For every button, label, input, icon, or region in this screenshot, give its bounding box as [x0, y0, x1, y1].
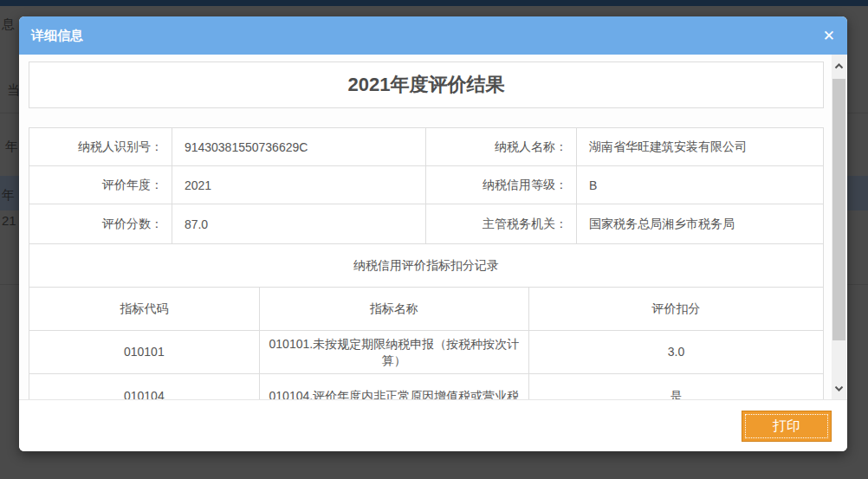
evaluation-year-value: 2021: [172, 166, 426, 204]
dialog-scroll-area: 2021年度评价结果 纳税人识别号： 91430381550736629C 纳税…: [19, 55, 832, 399]
column-header-deduction: 评价扣分: [529, 288, 823, 330]
dialog-title: 详细信息: [31, 28, 83, 44]
credit-grade-value: B: [577, 166, 823, 204]
table-row: 纳税人识别号： 91430381550736629C 纳税人名称： 湖南省华旺建…: [29, 128, 823, 166]
section-title: 纳税信用评价指标扣分记录: [29, 244, 823, 288]
table-row: 评价年度： 2021 纳税信用等级： B: [29, 166, 823, 204]
tax-authority-label: 主管税务机关：: [426, 204, 577, 243]
deduction-score-cell: 是: [529, 374, 823, 399]
deduction-score-cell: 3.0: [529, 331, 823, 373]
column-header-indicator-name: 指标名称: [260, 288, 529, 330]
dialog-header: 详细信息 ✕: [19, 16, 847, 55]
table-row: 评价分数： 87.0 主管税务机关： 国家税务总局湘乡市税务局: [29, 204, 823, 244]
background-text-fragment: 息: [2, 16, 15, 33]
screen: 息 当 年 年 21 详细信息 ✕ 2021年度评价结果 纳税人识别号： 914…: [0, 0, 868, 479]
report-title: 2021年度评价结果: [348, 72, 505, 98]
deduction-header-row: 指标代码 指标名称 评价扣分: [29, 288, 823, 331]
evaluation-table: 纳税人识别号： 91430381550736629C 纳税人名称： 湖南省华旺建…: [29, 127, 824, 399]
background-text-fragment: 21: [2, 213, 16, 228]
credit-grade-label: 纳税信用等级：: [426, 166, 577, 204]
print-button[interactable]: 打印: [742, 411, 832, 442]
indicator-code-cell: 010101: [29, 331, 260, 373]
background-text-fragment: 年: [5, 139, 18, 155]
background-text-fragment: 年: [2, 187, 15, 204]
chevron-down-icon: [834, 385, 844, 392]
table-row: 010104 010104.评价年度内非正常原因增值税或营业税 是: [29, 374, 823, 399]
detail-dialog: 详细信息 ✕ 2021年度评价结果 纳税人识别号： 91430381550736…: [19, 16, 847, 451]
taxpayer-id-value: 91430381550736629C: [172, 128, 426, 165]
chevron-up-icon: [834, 63, 844, 69]
column-header-indicator-code: 指标代码: [29, 288, 260, 330]
evaluation-score-label: 评价分数：: [29, 204, 172, 243]
background-top-navbar: [0, 0, 868, 6]
tax-authority-value: 国家税务总局湘乡市税务局: [577, 204, 823, 243]
indicator-code-cell: 010104: [29, 374, 260, 399]
scroll-up-button[interactable]: [832, 56, 846, 75]
table-row: 010101 010101.未按规定期限纳税申报（按税种按次计算） 3.0: [29, 331, 823, 374]
evaluation-score-value: 87.0: [172, 204, 426, 243]
close-icon[interactable]: ✕: [823, 29, 835, 43]
indicator-name-cell: 010101.未按规定期限纳税申报（按税种按次计算）: [260, 331, 529, 373]
indicator-name-cell: 010104.评价年度内非正常原因增值税或营业税: [260, 374, 529, 399]
evaluation-year-label: 评价年度：: [29, 166, 172, 204]
dialog-footer: 打印: [19, 399, 847, 451]
taxpayer-id-label: 纳税人识别号：: [29, 128, 172, 165]
report-title-box: 2021年度评价结果: [29, 61, 824, 108]
taxpayer-name-value: 湖南省华旺建筑安装有限公司: [577, 128, 823, 165]
background-text-fragment: 当: [7, 82, 20, 99]
scrollbar[interactable]: [832, 55, 846, 399]
taxpayer-name-label: 纳税人名称：: [426, 128, 577, 165]
scrollbar-thumb[interactable]: [832, 79, 845, 340]
scroll-down-button[interactable]: [832, 379, 846, 398]
